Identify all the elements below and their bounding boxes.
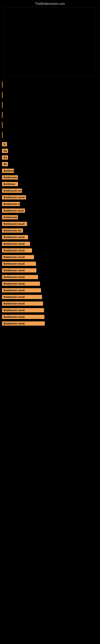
list-item: Bottleneck r: [0, 175, 100, 180]
list-item: Bottlenec: [0, 182, 100, 187]
list-item: Bottleneck res: [0, 228, 100, 234]
bottleneck-label: Bottleneck result: [2, 235, 28, 239]
list-item: Bottleneck result: [0, 268, 100, 273]
list-item: Bo: [0, 155, 100, 160]
list-item: Bottleneck resul: [0, 208, 100, 214]
bottleneck-label: Bottleneck result: [2, 242, 30, 246]
list-item: Bottleneck result: [0, 282, 100, 286]
list-item: Bottlene: [0, 169, 100, 174]
list-item: Bottleneck res: [0, 188, 100, 194]
bottleneck-label: Bottleneck result: [2, 282, 40, 286]
list-item: Bottleneck result: [0, 288, 100, 293]
list-item: [0, 92, 100, 98]
list-item: Bottleneck result: [0, 242, 100, 247]
list-item: Bottleneck result: [0, 275, 100, 280]
bottleneck-label: Bottleneck result: [2, 195, 26, 200]
bottleneck-label: Bottleneck result: [2, 248, 32, 252]
list-item: Bottleneck result: [0, 302, 100, 306]
list-item: [0, 122, 100, 128]
bottleneck-label: Bottleneck result: [2, 288, 41, 292]
bottleneck-label: Bottleneck result: [2, 302, 43, 306]
bottleneck-label: Bottlenec: [2, 182, 18, 186]
list-item: Bottleneck result: [0, 235, 100, 240]
list-item: Bottleneck result: [0, 262, 100, 267]
list-item: Bottleneck result: [0, 248, 100, 253]
vertical-line: [2, 132, 2, 138]
list-item: Bottleneck result: [0, 315, 100, 320]
list-item: [0, 102, 100, 108]
list-item: B: [0, 142, 100, 147]
list-item: Bottleneck r: [0, 215, 100, 220]
list-item: [0, 82, 100, 88]
bottleneck-label: Bottleneck r: [2, 215, 18, 219]
vertical-line: [2, 92, 2, 98]
bottleneck-label: Bottleneck r: [2, 175, 18, 180]
bottleneck-label: Bottleneck result: [2, 295, 42, 299]
list-item: Bottleneck result: [0, 308, 100, 313]
bottleneck-label: Bo: [2, 149, 8, 153]
list-item: Bottleneck re: [0, 202, 100, 207]
bottleneck-label: Bottleneck re: [2, 202, 20, 206]
list-item: Bottleneck result: [0, 295, 100, 300]
bottleneck-label: Bottleneck res: [2, 188, 22, 193]
bottleneck-label: Bottleneck result: [2, 308, 44, 312]
bottleneck-label: Bottleneck resul: [2, 208, 25, 213]
bottleneck-label: Bottleneck result: [2, 275, 38, 279]
bottleneck-label: Bottlene: [2, 169, 14, 173]
list-item: Bottleneck result: [0, 222, 100, 227]
bottleneck-label: Bottleneck result: [2, 268, 36, 272]
bottleneck-label: Bottleneck result: [2, 222, 27, 226]
bottleneck-label: Bottleneck result: [2, 255, 34, 259]
bottleneck-label: Bo: [2, 162, 8, 166]
list-item: [0, 132, 100, 138]
site-title: TheBottlenecker.com: [0, 0, 100, 7]
bottleneck-label: Bottleneck result: [2, 322, 45, 326]
vertical-line: [2, 102, 2, 108]
chart-area: [4, 7, 96, 76]
bottleneck-label: Bottleneck res: [2, 228, 23, 233]
bottleneck-label: Bo: [2, 155, 8, 160]
list-item: Bottleneck result: [0, 195, 100, 200]
vertical-line: [2, 112, 2, 118]
bottleneck-label: Bottleneck result: [2, 262, 36, 266]
bottleneck-label: B: [2, 142, 7, 146]
bottleneck-label: Bottleneck result: [2, 315, 44, 319]
list-item: Bo: [0, 162, 100, 167]
vertical-line: [2, 82, 2, 88]
vertical-line: [2, 122, 2, 128]
list-item: [0, 112, 100, 118]
list-item: Bottleneck result: [0, 322, 100, 326]
list-item: Bo: [0, 149, 100, 154]
list-item: Bottleneck result: [0, 255, 100, 260]
